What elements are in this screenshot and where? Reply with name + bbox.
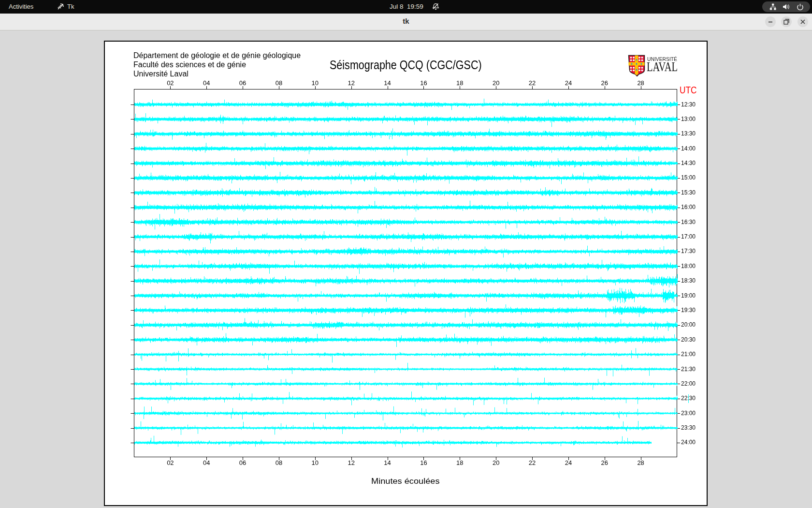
svg-text:LAVAL: LAVAL — [647, 60, 678, 74]
